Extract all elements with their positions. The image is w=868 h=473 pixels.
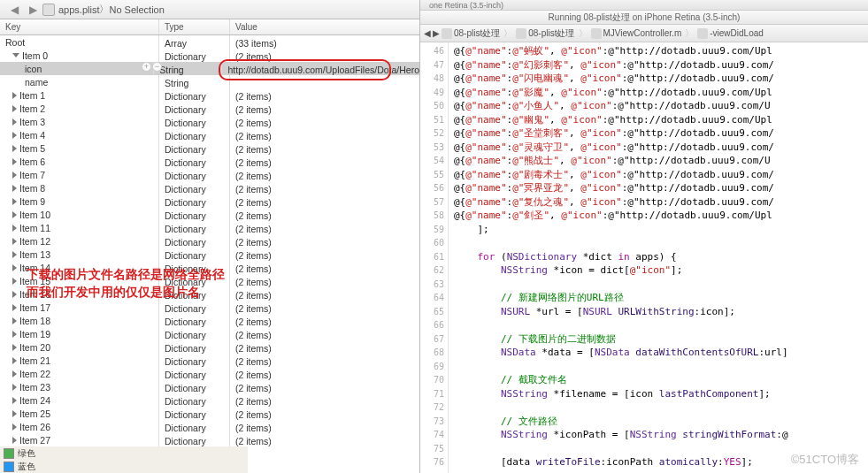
plist-row[interactable]: Item 1Dictionary(2 items) <box>0 88 419 102</box>
disclosure-right-icon[interactable] <box>12 384 17 391</box>
plist-row[interactable]: Item 4Dictionary(2 items) <box>0 128 419 141</box>
jump-bar-item[interactable]: 08-plist处理 <box>528 27 574 40</box>
folder-icon <box>516 28 526 39</box>
tab-bar[interactable]: one Retina (3.5-inch) <box>420 0 868 11</box>
plist-row[interactable]: Item 7Dictionary(2 items) <box>0 168 419 181</box>
plist-row[interactable]: Item 24Dictionary(2 items) <box>0 393 419 407</box>
disclosure-right-icon[interactable] <box>12 211 17 218</box>
plist-row[interactable]: Item 19Dictionary(2 items) <box>0 327 419 340</box>
disclosure-right-icon[interactable] <box>12 331 17 338</box>
breadcrumb-sep: 〉 <box>99 3 109 16</box>
plist-row[interactable]: Item 8Dictionary(2 items) <box>0 181 419 195</box>
disclosure-right-icon[interactable] <box>12 225 17 232</box>
plist-row[interactable]: Item 26Dictionary(2 items) <box>0 420 419 433</box>
icon-url-value[interactable]: http://dotadb.uuu9.com/UploadFiles/Dota/… <box>222 62 419 75</box>
plist-row[interactable]: Item 18Dictionary(2 items) <box>0 314 419 327</box>
breadcrumb-file[interactable]: apps.plist <box>58 4 99 15</box>
col-header-type[interactable]: Type <box>159 19 230 34</box>
line-number-gutter: 46 47 48 49 50 51 52 53 54 55 56 57 58 5… <box>420 42 449 473</box>
plist-row[interactable]: Item 6Dictionary(2 items) <box>0 155 419 168</box>
plist-row-root[interactable]: Root Array (33 items) <box>0 35 419 49</box>
col-header-key[interactable]: Key <box>0 19 159 34</box>
plist-row-icon[interactable]: icon +− String http://dotadb.uuu9.com/Up… <box>0 62 419 75</box>
watermark: ©51CTO博客 <box>791 452 859 468</box>
disclosure-right-icon[interactable] <box>12 304 17 311</box>
annotation-text: 下载的图片文件名路径是网络全路径 而我们开发中用的仅仅是图片名 <box>27 265 225 301</box>
col-header-value[interactable]: Value <box>230 19 419 34</box>
disclosure-right-icon[interactable] <box>12 397 17 404</box>
disclosure-right-icon[interactable] <box>12 238 17 245</box>
plist-row[interactable]: Item 20Dictionary(2 items) <box>0 340 419 354</box>
status-bar: Running 08-plist处理 on iPhone Retina (3.5… <box>420 11 868 25</box>
breadcrumb-selection[interactable]: No Selection <box>109 4 164 15</box>
disclosure-right-icon[interactable] <box>12 278 17 285</box>
row-add-remove[interactable]: +− <box>142 62 162 72</box>
plist-row[interactable]: Item 25Dictionary(2 items) <box>0 407 419 420</box>
plist-row[interactable]: Item 13Dictionary(2 items) <box>0 248 419 261</box>
disclosure-right-icon[interactable] <box>12 410 17 417</box>
plist-column-header: Key Type Value <box>0 19 419 35</box>
swatch-green-icon <box>4 448 14 459</box>
plist-row[interactable]: Item 12Dictionary(2 items) <box>0 234 419 248</box>
plist-row[interactable]: Item 9Dictionary(2 items) <box>0 195 419 208</box>
disclosure-right-icon[interactable] <box>12 370 17 378</box>
disclosure-right-icon[interactable] <box>12 185 17 192</box>
disclosure-right-icon[interactable] <box>12 264 17 271</box>
disclosure-right-icon[interactable] <box>12 172 17 179</box>
disclosure-right-icon[interactable] <box>12 105 17 112</box>
file-icon <box>42 4 55 16</box>
breadcrumb-bar: ◀ ▶ apps.plist 〉 No Selection <box>0 0 419 19</box>
project-icon <box>442 28 452 39</box>
plist-row[interactable]: Item 21Dictionary(2 items) <box>0 354 419 367</box>
plist-row-item0[interactable]: Item 0 Dictionary (2 items) <box>0 49 419 62</box>
jump-bar-item[interactable]: 08-plist处理 <box>454 27 500 40</box>
disclosure-right-icon[interactable] <box>12 437 17 444</box>
add-icon: + <box>142 62 151 72</box>
plist-row[interactable]: Item 10Dictionary(2 items) <box>0 208 419 221</box>
disclosure-down-icon[interactable] <box>12 53 19 57</box>
plist-row[interactable]: Item 22Dictionary(2 items) <box>0 367 419 380</box>
jump-bar-item[interactable]: -viewDidLoad <box>710 28 764 38</box>
plist-row[interactable]: Item 23Dictionary(2 items) <box>0 380 419 393</box>
jump-fwd-icon[interactable]: ▶ <box>433 28 440 38</box>
plist-table[interactable]: Root Array (33 items) Item 0 Dictionary … <box>0 35 419 473</box>
disclosure-right-icon[interactable] <box>12 291 17 298</box>
disclosure-right-icon[interactable] <box>12 92 17 99</box>
disclosure-right-icon[interactable] <box>12 357 17 364</box>
swatch-blue[interactable]: 蓝色 <box>0 460 248 473</box>
method-icon <box>697 28 708 39</box>
swatch-green[interactable]: 绿色 <box>0 446 248 460</box>
plist-row[interactable]: Item 27Dictionary(2 items) <box>0 433 419 446</box>
disclosure-right-icon[interactable] <box>12 158 17 165</box>
plist-row[interactable]: Item 5Dictionary(2 items) <box>0 141 419 155</box>
plist-row[interactable]: Item 17Dictionary(2 items) <box>0 301 419 314</box>
disclosure-right-icon[interactable] <box>12 317 17 324</box>
remove-icon: − <box>152 62 162 72</box>
disclosure-right-icon[interactable] <box>12 145 17 152</box>
jump-back-icon[interactable]: ◀ <box>424 28 431 38</box>
disclosure-right-icon[interactable] <box>12 344 17 351</box>
plist-row[interactable]: Item 11Dictionary(2 items) <box>0 221 419 234</box>
nav-fwd-icon[interactable]: ▶ <box>24 4 42 16</box>
jump-bar-item[interactable]: MJViewController.m <box>603 28 682 38</box>
disclosure-right-icon[interactable] <box>12 118 17 126</box>
swatch-list: 绿色 蓝色 <box>0 446 248 473</box>
file-m-icon <box>591 28 602 39</box>
disclosure-right-icon[interactable] <box>12 132 17 139</box>
plist-row[interactable]: Item 2Dictionary(2 items) <box>0 102 419 115</box>
code-editor[interactable]: @{@"name":@"蚂蚁", @"icon":@"http://dotadb… <box>449 42 868 473</box>
plist-row-name[interactable]: name String <box>0 75 419 88</box>
nav-back-icon[interactable]: ◀ <box>5 4 24 16</box>
disclosure-right-icon[interactable] <box>12 198 17 205</box>
disclosure-right-icon[interactable] <box>12 251 17 258</box>
disclosure-right-icon[interactable] <box>12 423 17 431</box>
jump-bar[interactable]: ◀ ▶ 08-plist处理 〉 08-plist处理 〉 MJViewCont… <box>420 25 868 42</box>
swatch-blue-icon <box>4 462 14 472</box>
plist-row[interactable]: Item 3Dictionary(2 items) <box>0 115 419 128</box>
